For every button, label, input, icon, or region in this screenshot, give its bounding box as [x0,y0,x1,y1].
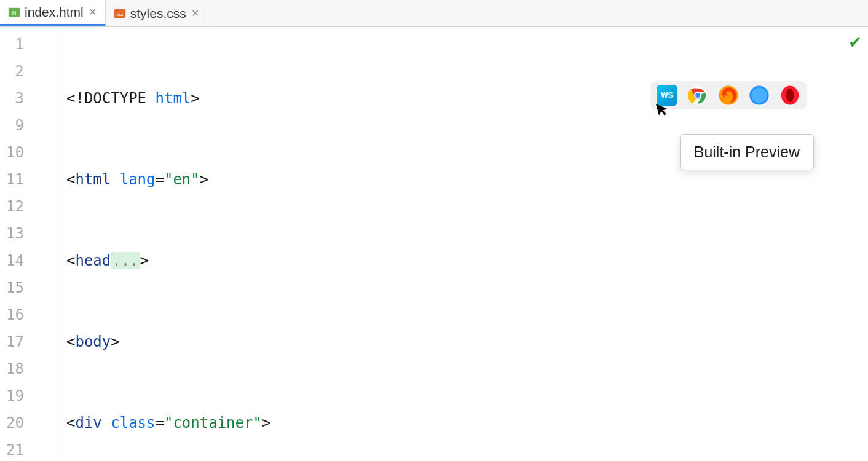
folded-region[interactable]: ... [111,252,140,269]
line-number[interactable]: 18 [0,355,60,382]
tabs-bar: H index.html ✕ css styles.css ✕ [0,0,868,27]
close-icon[interactable]: ✕ [87,5,98,19]
browser-preview-popup: WS [650,81,807,109]
code-line[interactable]: <head...> [66,247,868,274]
line-number[interactable]: 21 [0,436,60,461]
code-line[interactable]: <body> [66,328,868,355]
inspection-ok-icon[interactable]: ✔ [848,33,862,52]
chrome-icon[interactable] [687,85,708,106]
opera-icon[interactable] [779,85,800,106]
line-number[interactable]: 16 [0,301,60,328]
svg-point-13 [786,89,794,103]
line-number[interactable]: 19 [0,382,60,409]
tab-styles-css[interactable]: css styles.css ✕ [106,0,208,26]
line-number[interactable]: 1 [0,31,60,58]
line-number[interactable]: 20 [0,409,60,436]
svg-text:css: css [116,11,123,17]
line-number[interactable]: 14 [0,247,60,274]
line-number[interactable]: 15 [0,274,60,301]
line-number[interactable]: 10 [0,139,60,166]
firefox-icon[interactable] [718,85,739,106]
line-number[interactable]: 11 [0,166,60,193]
close-icon[interactable]: ✕ [190,6,200,20]
tooltip-text: Built-in Preview [694,143,800,160]
line-number[interactable]: 17 [0,328,60,355]
safari-icon[interactable] [749,85,770,106]
tab-label: index.html [25,5,84,20]
line-number[interactable]: 13 [0,220,60,247]
gutter: 1 2 3 9 10 11 12 13 14 15 16 17 18 19 20… [0,27,60,461]
line-number[interactable]: 3 [0,85,60,112]
tooltip: Built-in Preview [680,134,814,170]
css-file-icon: css [113,7,127,20]
svg-text:H: H [12,9,17,15]
line-number[interactable]: 9 [0,112,60,139]
line-number[interactable]: 12 [0,193,60,220]
code-line[interactable]: <div class="container"> [66,409,868,436]
tab-label: styles.css [130,6,186,21]
tab-index-html[interactable]: H index.html ✕ [0,0,106,26]
line-number[interactable]: 2 [0,58,60,85]
html-file-icon: H [7,6,21,19]
